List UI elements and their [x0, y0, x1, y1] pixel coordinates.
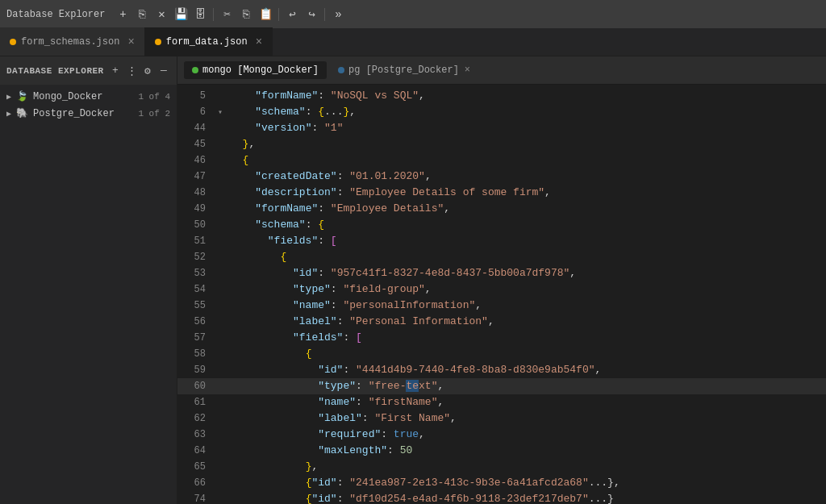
- tab-label-schemas: form_schemas.json: [21, 36, 119, 48]
- sidebar-icons: + ⋮ ⚙ —: [109, 65, 170, 77]
- mongo-expand-arrow: ▶: [6, 92, 11, 102]
- fold-button-6[interactable]: ▾: [214, 106, 227, 119]
- sidebar-title: Database Explorer: [6, 66, 104, 76]
- new-file-button[interactable]: +: [115, 6, 131, 23]
- fold-button-74: [214, 493, 227, 504]
- line-number-52: 52: [177, 252, 214, 263]
- code-line-63: 63 "required": true,: [177, 427, 826, 443]
- line-number-51: 51: [177, 235, 214, 247]
- line-content-48: "description": "Employee Details of some…: [227, 185, 826, 201]
- connection-tab-bar: mongo [Mongo_Docker] pg [Postgre_Docker]…: [177, 56, 826, 85]
- cut-button[interactable]: ✂: [219, 6, 235, 23]
- tab-form-data[interactable]: form_data.json ×: [145, 27, 273, 56]
- line-number-63: 63: [177, 429, 214, 440]
- fold-button-48: [214, 186, 227, 199]
- code-line-57: 57 "fields": [: [177, 330, 826, 346]
- code-line-5: 5 "formName": "NoSQL vs SQL",: [177, 88, 826, 104]
- code-line-46: 46 {: [177, 152, 826, 169]
- line-number-48: 48: [177, 187, 214, 198]
- more-options-button[interactable]: »: [330, 6, 346, 23]
- save-all-button[interactable]: 🗄: [192, 6, 208, 23]
- line-number-62: 62: [177, 413, 214, 424]
- title-bar: Database Explorer + ⎘ ✕ 💾 🗄 ✂ ⎘ 📋 ↩ ↪ »: [0, 0, 826, 28]
- line-content-60: "type": "free-text",: [227, 378, 826, 394]
- code-line-51: 51 "fields": [: [177, 233, 826, 249]
- open-file-button[interactable]: ⎘: [134, 6, 150, 23]
- line-number-47: 47: [177, 171, 214, 182]
- line-content-55: "name": "personalInformation",: [227, 298, 826, 314]
- conn-tab-mongo[interactable]: mongo [Mongo_Docker]: [184, 61, 327, 79]
- line-content-56: "label": "Personal Information",: [227, 314, 826, 330]
- line-content-52: {: [227, 249, 826, 265]
- pg-expand-arrow: ▶: [6, 109, 11, 119]
- code-line-45: 45 },: [177, 136, 826, 152]
- sidebar-filter-icon[interactable]: ⋮: [125, 65, 138, 77]
- conn-dot-mongo: [192, 67, 198, 73]
- code-line-58: 58 {: [177, 346, 826, 362]
- fold-button-53: [214, 267, 227, 280]
- pg-db-count: 1 of 2: [138, 109, 170, 119]
- line-content-47: "createdDate": "01.01.2020",: [227, 169, 826, 185]
- undo-button[interactable]: ↩: [284, 6, 300, 23]
- tab-dot-data: [155, 39, 161, 45]
- sidebar-add-icon[interactable]: +: [109, 65, 122, 77]
- conn-tab-pg[interactable]: pg [Postgre_Docker] ×: [330, 61, 478, 79]
- tab-close-data[interactable]: ×: [256, 35, 262, 48]
- code-line-61: 61 "name": "firstName",: [177, 394, 826, 410]
- line-number-45: 45: [177, 139, 214, 150]
- line-number-56: 56: [177, 316, 214, 327]
- code-editor[interactable]: 5 "formName": "NoSQL vs SQL",6▾ "schema"…: [177, 85, 826, 504]
- code-line-50: 50 "schema": {: [177, 217, 826, 233]
- line-content-62: "label": "First Name",: [227, 410, 826, 427]
- fold-button-66: [214, 477, 227, 489]
- line-content-57: "fields": [: [227, 330, 826, 346]
- close-file-button[interactable]: ✕: [153, 6, 169, 23]
- line-number-54: 54: [177, 284, 214, 295]
- code-line-49: 49 "formName": "Employee Details",: [177, 201, 826, 217]
- tab-close-schemas[interactable]: ×: [127, 35, 134, 48]
- tab-form-schemas[interactable]: form_schemas.json ×: [0, 27, 145, 56]
- toolbar-separator-3: [324, 8, 325, 21]
- sidebar-item-postgres[interactable]: ▶ 🐘 Postgre_Docker 1 of 2: [0, 105, 177, 122]
- conn-tab-mongo-label: mongo [Mongo_Docker]: [202, 65, 319, 76]
- toolbar-separator-1: [213, 8, 214, 21]
- sidebar-close-icon[interactable]: —: [157, 65, 170, 77]
- line-content-49: "formName": "Employee Details",: [227, 201, 826, 217]
- line-content-44: "version": "1": [227, 120, 826, 136]
- save-button[interactable]: 💾: [173, 6, 189, 23]
- line-content-5: "formName": "NoSQL vs SQL",: [227, 88, 826, 104]
- sidebar-content: ▶ 🍃 Mongo_Docker 1 of 4 ▶ 🐘 Postgre_Dock…: [0, 85, 177, 504]
- code-line-54: 54 "type": "field-group",: [177, 281, 826, 298]
- line-content-66: {"id": "241ea987-2e13-413c-9b3e-6a41afcd…: [227, 475, 826, 491]
- line-content-54: "type": "field-group",: [227, 281, 826, 298]
- line-number-5: 5: [177, 90, 214, 102]
- paste-button[interactable]: 📋: [257, 6, 273, 23]
- code-line-64: 64 "maxLength": 50: [177, 443, 826, 459]
- code-line-66: 66 {"id": "241ea987-2e13-413c-9b3e-6a41a…: [177, 475, 826, 491]
- line-content-61: "name": "firstName",: [227, 394, 826, 410]
- line-content-6: "schema": {...},: [227, 104, 826, 120]
- code-line-60: 60 "type": "free-text",: [177, 378, 826, 394]
- editor-area: mongo [Mongo_Docker] pg [Postgre_Docker]…: [177, 56, 826, 504]
- line-number-6: 6: [177, 106, 214, 118]
- mongo-db-count: 1 of 4: [138, 92, 170, 102]
- code-line-74: 74 {"id": "df10d254-e4ad-4f6b-9118-23def…: [177, 491, 826, 504]
- fold-button-47: [214, 170, 227, 183]
- conn-tab-pg-close[interactable]: ×: [465, 65, 470, 76]
- fold-button-57: [214, 331, 227, 344]
- line-content-45: },: [227, 136, 826, 152]
- conn-dot-pg: [338, 67, 344, 73]
- redo-button[interactable]: ↪: [303, 6, 319, 23]
- code-line-48: 48 "description": "Employee Details of s…: [177, 185, 826, 201]
- line-number-66: 66: [177, 477, 214, 489]
- fold-button-60: [214, 380, 227, 393]
- code-line-56: 56 "label": "Personal Information",: [177, 314, 826, 330]
- file-tab-bar: form_schemas.json × form_data.json ×: [0, 28, 826, 56]
- sidebar-item-mongo[interactable]: ▶ 🍃 Mongo_Docker 1 of 4: [0, 88, 177, 105]
- copy-button[interactable]: ⎘: [238, 6, 254, 23]
- fold-button-64: [214, 444, 227, 457]
- line-content-53: "id": "957c41f1-8327-4e8d-8437-5bb00a7df…: [227, 265, 826, 281]
- fold-button-52: [214, 251, 227, 264]
- line-number-74: 74: [177, 494, 214, 504]
- sidebar-settings-icon[interactable]: ⚙: [141, 65, 154, 77]
